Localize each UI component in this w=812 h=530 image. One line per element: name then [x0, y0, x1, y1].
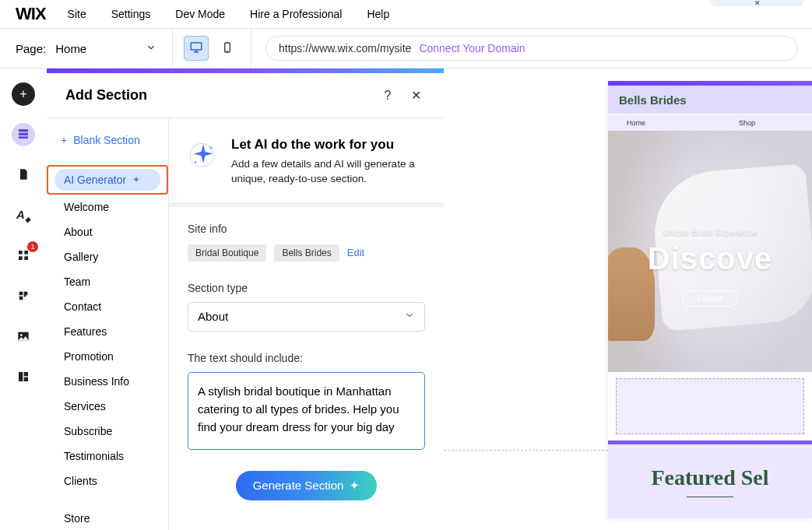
menu-hire-pro[interactable]: Hire a Professional — [250, 8, 342, 20]
svg-rect-9 — [24, 256, 28, 260]
help-button[interactable]: ? — [378, 86, 397, 105]
preview-site-name: Bells Brides — [608, 86, 812, 114]
page-selector-label: Page: — [16, 42, 46, 55]
svg-rect-0 — [191, 43, 202, 50]
category-subscribe[interactable]: Subscribe — [47, 419, 168, 444]
layout-button[interactable] — [12, 366, 35, 389]
mobile-icon — [221, 41, 234, 56]
section-type-select[interactable]: About — [188, 302, 425, 332]
close-button[interactable]: ✕ — [406, 86, 425, 105]
category-list: + Blank Section AI Generator ✦ Welcome A… — [47, 118, 169, 530]
apps-icon — [17, 249, 30, 264]
page-selector[interactable]: Page: Home — [0, 29, 173, 68]
site-preview: Bells Brides Home Shop Unique Bridal Exp… — [608, 81, 812, 518]
desktop-view-button[interactable] — [184, 36, 209, 61]
ai-generator-label: AI Generator — [64, 174, 126, 186]
featured-title: Featured Sel — [651, 465, 768, 490]
preview-hero: Unique Bridal Experience Discove Explore — [608, 131, 812, 372]
svg-rect-12 — [19, 372, 23, 381]
ai-generator-highlight: AI Generator ✦ — [47, 165, 168, 195]
generate-section-label: Generate Section — [253, 479, 344, 492]
design-button[interactable]: A◆ — [12, 204, 35, 227]
image-icon — [16, 330, 30, 345]
edit-site-info-link[interactable]: Edit — [347, 247, 364, 258]
media-button[interactable] — [12, 325, 35, 349]
site-info-tag: Bells Brides — [274, 244, 339, 261]
menu-settings[interactable]: Settings — [111, 8, 151, 20]
svg-point-2 — [227, 50, 227, 51]
blank-section-button[interactable]: + Blank Section — [47, 128, 168, 153]
ai-hero-desc: Add a few details and AI will generate a… — [231, 157, 425, 187]
menu-site[interactable]: Site — [68, 8, 86, 20]
site-info-tag: Bridal Boutique — [188, 244, 266, 261]
apps-button[interactable]: 1 — [12, 244, 35, 268]
layout-icon — [17, 370, 30, 385]
explore-button[interactable]: Explore — [682, 290, 738, 307]
category-features[interactable]: Features — [47, 319, 168, 344]
svg-rect-8 — [19, 256, 23, 260]
preview-nav-shop[interactable]: Shop — [739, 119, 755, 127]
ai-generator-item[interactable]: AI Generator ✦ — [54, 169, 160, 191]
svg-rect-13 — [24, 372, 28, 376]
featured-section: Featured Sel — [608, 440, 812, 518]
svg-point-11 — [20, 334, 23, 336]
hero-title: Discove — [648, 241, 772, 276]
svg-rect-3 — [19, 129, 28, 132]
section-dropzone[interactable] — [616, 378, 804, 434]
url-bar[interactable]: https://www.wix.com/mysite Connect Your … — [265, 36, 798, 61]
category-clients[interactable]: Clients — [47, 469, 168, 493]
generate-section-button[interactable]: Generate Section ✦ — [236, 471, 378, 500]
category-team[interactable]: Team — [47, 269, 168, 294]
panel-title: Add Section — [65, 87, 369, 104]
category-gallery[interactable]: Gallery — [47, 244, 168, 269]
text-include-label: The text should include: — [188, 352, 425, 364]
sparkle-icon: ✦ — [350, 479, 360, 493]
page-selector-value: Home — [55, 42, 86, 55]
wix-logo: WIX — [16, 4, 46, 24]
category-services[interactable]: Services — [47, 394, 168, 419]
svg-rect-6 — [19, 251, 23, 254]
chevron-down-icon — [404, 310, 415, 323]
top-right-pill[interactable]: ✕ — [711, 0, 804, 6]
category-business-info[interactable]: Business Info — [47, 369, 168, 394]
close-icon: ✕ — [411, 88, 421, 103]
plugin-icon — [17, 290, 30, 304]
svg-rect-4 — [19, 132, 28, 135]
sparkle-icon: ✦ — [132, 174, 140, 185]
category-promotion[interactable]: Promotion — [47, 344, 168, 369]
sections-icon — [17, 128, 30, 142]
ai-hero-icon — [188, 137, 219, 174]
connect-domain-link[interactable]: Connect Your Domain — [419, 42, 525, 54]
preview-nav: Home Shop — [608, 114, 812, 131]
design-icon: A◆ — [16, 208, 30, 223]
svg-rect-7 — [24, 251, 28, 254]
menu-help[interactable]: Help — [367, 8, 389, 20]
svg-rect-5 — [19, 136, 28, 139]
plugins-button[interactable] — [12, 285, 35, 308]
desktop-icon — [189, 40, 203, 57]
chevron-down-icon — [146, 42, 156, 55]
category-about[interactable]: About — [47, 219, 168, 244]
section-type-value: About — [198, 310, 228, 323]
plus-icon: + — [61, 134, 67, 146]
blank-section-label: Blank Section — [73, 134, 140, 146]
menu-dev-mode[interactable]: Dev Mode — [175, 8, 225, 20]
mobile-view-button[interactable] — [215, 36, 240, 61]
text-include-input[interactable] — [188, 372, 425, 450]
category-contact[interactable]: Contact — [47, 294, 168, 319]
featured-divider — [687, 497, 733, 497]
category-welcome[interactable]: Welcome — [47, 195, 168, 219]
svg-point-16 — [195, 161, 197, 163]
category-testimonials[interactable]: Testimonials — [47, 444, 168, 469]
preview-nav-home[interactable]: Home — [627, 119, 645, 127]
site-info-label: Site info — [188, 223, 425, 235]
category-store[interactable]: Store — [47, 506, 168, 530]
sections-button[interactable] — [12, 123, 35, 146]
section-divider — [444, 450, 608, 451]
pages-button[interactable] — [12, 163, 35, 187]
ai-hero-title: Let AI do the work for you — [231, 137, 425, 153]
plus-icon: + — [19, 87, 26, 101]
add-button[interactable]: + — [12, 82, 35, 106]
page-icon — [17, 167, 30, 184]
question-icon: ? — [385, 89, 392, 103]
